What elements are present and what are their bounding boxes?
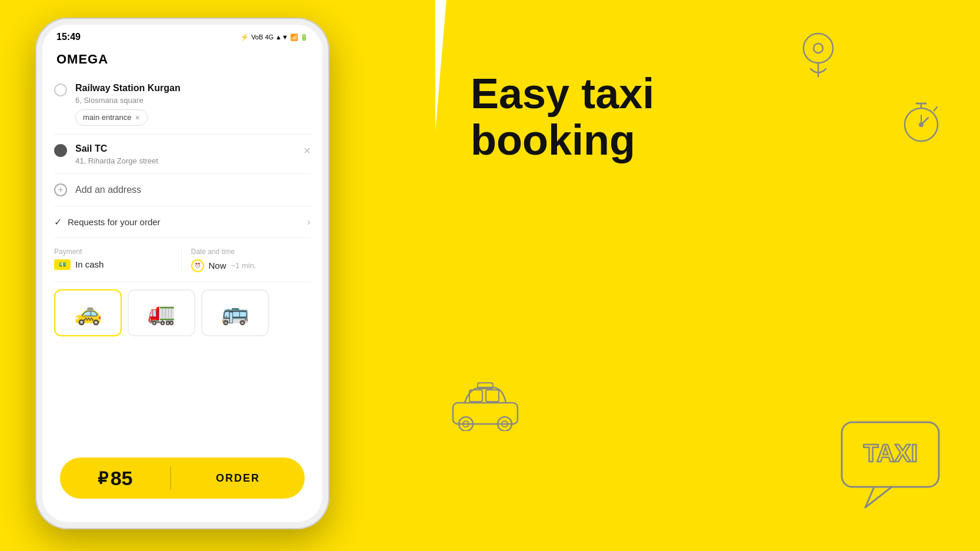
requests-checkmark-icon: ✓ [54, 216, 62, 228]
left-panel: 15:49 ⚡ VoB 4G ▲▼ 📶 🔋 OMEGA Rail [0, 0, 400, 551]
destination-close-icon[interactable]: × [304, 144, 311, 158]
price-section: ₽ 85 [60, 467, 170, 490]
vehicle-taxi[interactable]: 🚕 [54, 289, 122, 336]
requests-left: ✓ Requests for your order [54, 216, 161, 228]
order-button-label: ORDER [216, 472, 260, 485]
app-header: OMEGA [42, 47, 322, 74]
origin-address: 6, Slosmana square [75, 96, 311, 105]
hero-heading: Easy taxi booking [471, 71, 933, 163]
deco-timer-icon [898, 94, 945, 149]
origin-tag[interactable]: main entrance × [75, 109, 148, 126]
order-bar[interactable]: ₽ 85 ORDER [60, 458, 305, 499]
tag-text: main entrance [83, 113, 131, 122]
phone-frame: 15:49 ⚡ VoB 4G ▲▼ 📶 🔋 OMEGA Rail [35, 18, 329, 529]
status-icons: ⚡ VoB 4G ▲▼ 📶 🔋 [241, 34, 308, 41]
hero-line2: booking [471, 117, 933, 163]
payment-datetime-row: Payment 💵 In cash Date and time ⏰ Now [54, 238, 311, 282]
vehicle-bus[interactable]: 🚌 [201, 289, 269, 336]
price-amount: 85 [111, 467, 133, 490]
chevron-right-icon: › [307, 216, 311, 228]
price-symbol: ₽ [98, 469, 108, 488]
requests-label: Requests for your order [68, 217, 161, 227]
datetime-wait: ~1 min. [231, 261, 256, 270]
origin-icon [54, 84, 67, 96]
add-icon: + [54, 183, 67, 196]
signal-strength: VoB 4G ▲▼ 📶 🔋 [251, 34, 308, 41]
svg-rect-11 [486, 390, 499, 402]
deco-taxi-sign-icon: TAXI [839, 419, 945, 516]
payment-section[interactable]: Payment 💵 In cash [54, 248, 182, 272]
vehicle-truck[interactable]: 🚛 [128, 289, 195, 336]
destination-name: Sail TC [75, 143, 295, 155]
order-section[interactable]: ORDER [171, 472, 305, 485]
taxi-icon: 🚕 [74, 300, 102, 326]
phone-wrapper: 15:49 ⚡ VoB 4G ▲▼ 📶 🔋 OMEGA Rail [35, 18, 329, 529]
destination-location-item[interactable]: Sail TC 41, Riharda Zorge street × [54, 135, 311, 174]
status-bar: 15:49 ⚡ VoB 4G ▲▼ 📶 🔋 [42, 25, 322, 47]
datetime-value: ⏰ Now ~1 min. [191, 259, 311, 272]
app-logo: OMEGA [56, 52, 308, 67]
add-address-label: Add an address [75, 185, 141, 195]
deco-taxi-car-icon [447, 378, 524, 433]
tag-close-icon[interactable]: × [135, 113, 139, 122]
deco-location-pin [798, 29, 839, 82]
svg-point-0 [804, 34, 833, 63]
requests-row[interactable]: ✓ Requests for your order › [54, 206, 311, 238]
svg-text:TAXI: TAXI [864, 439, 918, 467]
origin-location-item[interactable]: Railway Station Kurgan 6, Slosmana squar… [54, 74, 311, 135]
vehicle-row: 🚕 🚛 🚌 [54, 282, 311, 336]
app-content: Railway Station Kurgan 6, Slosmana squar… [42, 74, 322, 336]
payment-method: In cash [75, 259, 104, 269]
destination-icon [54, 144, 67, 157]
bus-icon: 🚌 [221, 300, 249, 326]
datetime-now: Now [209, 261, 226, 271]
right-panel: Easy taxi booking [400, 0, 980, 551]
payment-label: Payment [54, 248, 174, 256]
svg-line-5 [934, 107, 937, 111]
datetime-label: Date and time [191, 248, 311, 256]
svg-rect-9 [453, 403, 518, 424]
truck-icon: 🚛 [148, 300, 175, 326]
clock-icon: ⏰ [191, 259, 204, 272]
hero-line1: Easy taxi [471, 71, 933, 117]
svg-point-1 [814, 44, 823, 53]
add-address-row[interactable]: + Add an address [54, 174, 311, 206]
destination-details: Sail TC 41, Riharda Zorge street [75, 143, 295, 165]
origin-name: Railway Station Kurgan [75, 82, 311, 95]
destination-address: 41, Riharda Zorge street [75, 156, 295, 165]
status-time: 15:49 [56, 32, 81, 42]
payment-value: 💵 In cash [54, 259, 174, 270]
origin-details: Railway Station Kurgan 6, Slosmana squar… [75, 82, 311, 126]
datetime-section[interactable]: Date and time ⏰ Now ~1 min. [182, 248, 311, 272]
cash-icon: 💵 [54, 259, 71, 270]
battery-icon: ⚡ [241, 34, 249, 41]
phone-screen: 15:49 ⚡ VoB 4G ▲▼ 📶 🔋 OMEGA Rail [42, 25, 322, 522]
